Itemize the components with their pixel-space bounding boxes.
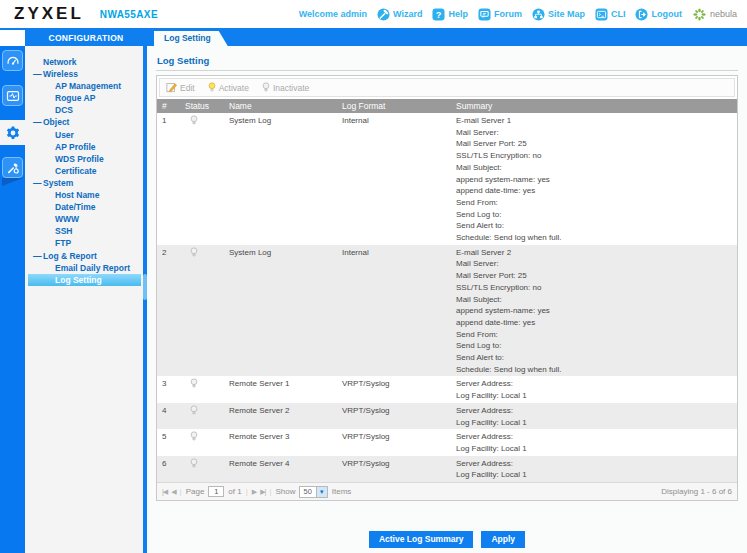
header-link-logout[interactable]: Logout [635,8,682,21]
bulb-on-icon [208,82,216,93]
sidebar-item-wds-profile[interactable]: WDS Profile [25,153,143,165]
table-row[interactable]: 6Remote Server 4VRPT/SyslogServer Addres… [157,456,737,482]
column-header-[interactable]: # [157,99,183,113]
header-link-cli[interactable]: CLI [595,8,626,21]
log-format: VRPT/Syslog [340,378,454,401]
menu-scrollbar[interactable] [143,274,147,300]
rail-tab-dashboard[interactable] [2,50,23,71]
log-summary: Server Address:Log Facility: Local 1 [454,431,737,454]
status-bulb-icon [190,405,198,416]
sidebar-item-log-setting[interactable]: Log Setting [28,274,141,286]
active-log-summary-button[interactable]: Active Log Summary [369,531,474,548]
sidebar-item-dcs[interactable]: DCS [25,104,143,116]
top-bar: ZYXEL NWA55AXE Welcome admin Wizard?Help… [0,0,747,28]
sidebar-item-host-name[interactable]: Host Name [25,189,143,201]
collapse-dash-icon: — [33,177,43,189]
status-bulb-icon [190,458,198,469]
header-link-label: Site Map [548,9,585,19]
sidebar-item-label: Network [43,57,77,67]
zyxel-logo: ZYXEL [14,4,84,24]
last-page-button[interactable]: ▶| [260,488,265,496]
sidebar-item-label: SSH [55,226,72,236]
log-name: Remote Server 2 [227,405,340,428]
tab-log-setting[interactable]: Log Setting [154,31,228,46]
cli-icon [595,8,608,21]
rail-tab-maintenance[interactable] [2,157,23,178]
table-row[interactable]: 2System LogInternalE-mail Server 2Mail S… [157,245,737,377]
page-input[interactable] [208,486,224,497]
status-bulb-icon [190,378,198,389]
table-row[interactable]: 3Remote Server 1VRPT/SyslogServer Addres… [157,376,737,402]
column-header-status[interactable]: Status [183,99,227,113]
pagination-separator: | [246,487,248,496]
sidebar-item-label: Wireless [43,69,78,79]
row-number: 5 [157,431,183,454]
edit-icon [166,82,177,93]
log-name: Remote Server 1 [227,378,340,401]
show-items-select[interactable]: 50 ▼ [299,486,327,498]
wizard-icon [377,8,390,21]
sidebar-item-label: Object [43,117,69,127]
log-summary: Server Address:Log Facility: Local 1 [454,378,737,401]
sidebar-item-system[interactable]: —System [25,177,143,189]
sidebar-item-rogue-ap[interactable]: Rogue AP [25,92,143,104]
log-summary: Server Address:Log Facility: Local 1 [454,458,737,481]
table-row[interactable]: 5Remote Server 3VRPT/SyslogServer Addres… [157,429,737,455]
activate-button[interactable]: Activate [208,82,249,93]
header-link-help[interactable]: ?Help [432,8,468,21]
heading-divider [156,70,738,71]
sidebar-item-ap-management[interactable]: AP Management [25,80,143,92]
sidebar-item-network[interactable]: Network [25,56,143,68]
sidebar-item-wireless[interactable]: —Wireless [25,68,143,80]
sidebar-spacer [0,30,25,46]
content-panel: Log Setting Edit Activate [147,46,747,553]
column-header-summary[interactable]: Summary [454,99,737,113]
sidebar-item-certificate[interactable]: Certificate [25,165,143,177]
nebula-link[interactable]: nebula [692,7,737,22]
header-link-site-map[interactable]: Site Map [532,8,585,21]
page-of-label: of 1 [228,487,241,496]
monitor-icon [6,89,20,103]
nebula-icon [692,7,707,22]
row-number: 6 [157,458,183,481]
table-row[interactable]: 4Remote Server 2VRPT/SyslogServer Addres… [157,403,737,429]
status-bulb-icon [190,431,198,442]
show-label: Show [275,487,295,496]
sidebar-item-label: Log & Report [43,251,97,261]
maintenance-icon [6,161,20,175]
sidebar-item-label: WWW [55,214,79,224]
row-number: 1 [157,115,183,244]
sidebar-item-label: WDS Profile [55,154,104,164]
header-link-forum[interactable]: Forum [478,8,522,21]
action-buttons: Active Log SummaryApply [156,531,738,548]
header-link-wizard[interactable]: Wizard [377,8,422,21]
prev-page-button[interactable]: ◀ [171,488,175,496]
next-page-button[interactable]: ▶ [252,488,256,496]
sidebar-item-ftp[interactable]: FTP [25,237,143,249]
sidebar-item-user[interactable]: User [25,129,143,141]
header-link-label: Wizard [393,9,422,19]
log-format: VRPT/Syslog [340,405,454,428]
sidebar-item-email-daily-report[interactable]: Email Daily Report [25,262,143,274]
sidebar-item-date-time[interactable]: Date/Time [25,201,143,213]
rail-tab-configuration[interactable] [0,120,25,145]
column-header-log-format[interactable]: Log Format [340,99,454,113]
sidebar-item-ap-profile[interactable]: AP Profile [25,141,143,153]
inactivate-button[interactable]: Inactivate [262,82,309,93]
status-cell [183,378,227,401]
zyxel-web-gui: ZYXEL NWA55AXE Welcome admin Wizard?Help… [0,0,747,553]
sidebar-item-object[interactable]: —Object [25,116,143,128]
edit-button[interactable]: Edit [166,82,195,93]
first-page-button[interactable]: |◀ [162,488,167,496]
column-header-name[interactable]: Name [227,99,340,113]
sidebar-item-log-report[interactable]: —Log & Report [25,250,143,262]
pagination-bar: |◀ ◀ | Page of 1 | ▶ ▶| | Show 50 ▼ [157,482,737,500]
pagination-separator: | [269,487,271,496]
apply-button[interactable]: Apply [481,531,525,548]
rail-tab-monitor[interactable] [2,85,23,106]
sidebar-item-ssh[interactable]: SSH [25,225,143,237]
log-setting-table: Edit Activate Inactivate #StatusNameLog … [156,75,738,501]
sidebar-item-www[interactable]: WWW [25,213,143,225]
collapse-dash-icon: — [33,68,43,80]
table-row[interactable]: 1System LogInternalE-mail Server 1Mail S… [157,113,737,245]
